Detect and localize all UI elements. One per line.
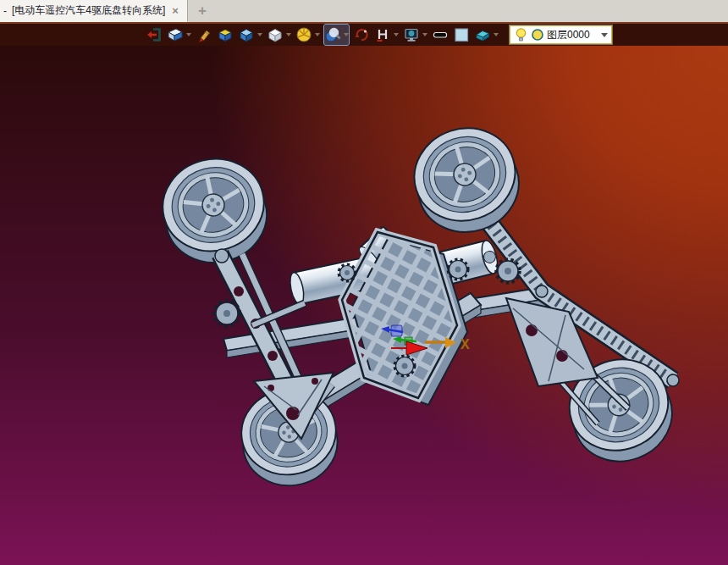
new-tab-button[interactable]: + [188,0,217,22]
layer-selector[interactable]: 图层0000 [510,25,612,44]
dropdown-arrow-icon[interactable] [257,33,262,36]
view-orientation-icon[interactable] [167,25,191,45]
dropdown-arrow-icon[interactable] [315,33,320,36]
section-h-icon[interactable] [374,25,399,45]
tab-title: [电动车遥控汽车4驱底盘转向系统] [12,3,165,18]
background-color-icon[interactable] [453,25,470,45]
layer-color-icon [531,28,544,42]
tab-close-icon[interactable]: × [170,4,180,17]
chassis-model[interactable]: X [0,46,728,565]
main-toolbar: 图层0000 [0,22,728,46]
layer-dropdown-arrow-icon[interactable] [601,33,608,37]
document-tab[interactable]: - [电动车遥控汽车4驱底盘转向系统] × [0,0,188,22]
lightbulb-icon [514,27,528,43]
tab-prefix: - [3,5,7,17]
orbit-rotate-icon[interactable] [353,25,370,45]
rendered-sphere-view-icon[interactable] [295,25,320,45]
dropdown-arrow-icon[interactable] [344,33,349,36]
exit-icon[interactable] [146,25,163,45]
zoom-magnifier-icon[interactable] [324,25,349,45]
wireframe-cube-view-icon[interactable] [267,25,291,45]
display-monitor-icon[interactable] [403,25,427,45]
eraser-icon[interactable] [474,25,499,45]
wheel-rear-right[interactable] [402,115,531,245]
line-width-icon[interactable] [432,25,449,45]
sketch-pencil-icon[interactable] [196,25,212,45]
layer-name-label: 图层0000 [547,28,590,42]
shaded-cube-view-icon[interactable] [238,25,262,45]
dropdown-arrow-icon[interactable] [394,33,399,36]
shaded-edges-view-icon[interactable] [217,25,234,45]
x-axis-label: X [461,337,470,352]
viewport-3d[interactable]: X [0,46,728,565]
cad-application-window: - [电动车遥控汽车4驱底盘转向系统] × + [0,0,728,565]
dropdown-arrow-icon[interactable] [286,33,291,36]
tab-bar: - [电动车遥控汽车4驱底盘转向系统] × + [0,0,728,22]
dropdown-arrow-icon[interactable] [186,33,191,36]
dropdown-arrow-icon[interactable] [494,33,499,36]
dropdown-arrow-icon[interactable] [422,33,427,36]
